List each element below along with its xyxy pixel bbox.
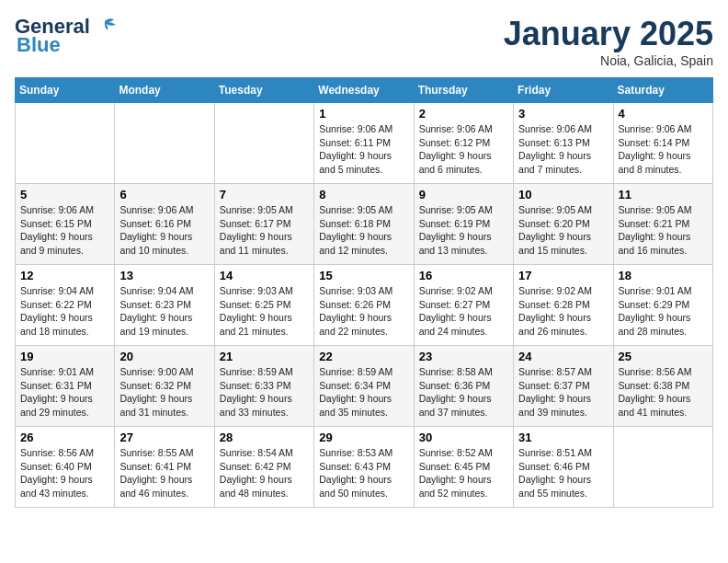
day-number: 16 [419, 269, 508, 282]
day-number: 8 [319, 188, 408, 201]
day-number: 9 [419, 188, 508, 201]
day-info: Sunrise: 9:01 AM Sunset: 6:31 PM Dayligh… [20, 365, 109, 419]
day-number: 10 [518, 188, 608, 201]
calendar-cell: 20Sunrise: 9:00 AM Sunset: 6:32 PM Dayli… [115, 346, 214, 427]
day-number: 15 [319, 269, 408, 282]
day-info: Sunrise: 8:51 AM Sunset: 6:46 PM Dayligh… [518, 446, 608, 500]
day-info: Sunrise: 9:01 AM Sunset: 6:29 PM Dayligh… [619, 284, 708, 339]
day-number: 26 [20, 431, 109, 444]
day-number: 5 [20, 188, 109, 201]
weekday-header: Wednesday [314, 78, 414, 103]
day-number: 20 [119, 350, 209, 363]
calendar-cell: 30Sunrise: 8:52 AM Sunset: 6:45 PM Dayli… [414, 427, 513, 508]
day-number: 29 [319, 431, 408, 444]
calendar-cell: 27Sunrise: 8:55 AM Sunset: 6:41 PM Dayli… [115, 427, 214, 508]
weekday-header: Saturday [613, 78, 712, 103]
logo-blue: Blue [17, 33, 61, 57]
day-number: 24 [518, 350, 608, 363]
calendar-week-row: 1Sunrise: 9:06 AM Sunset: 6:11 PM Daylig… [16, 103, 713, 184]
day-number: 18 [619, 269, 708, 282]
weekday-header: Thursday [414, 78, 513, 103]
day-info: Sunrise: 9:03 AM Sunset: 6:25 PM Dayligh… [220, 284, 309, 339]
calendar-cell: 26Sunrise: 8:56 AM Sunset: 6:40 PM Dayli… [16, 427, 115, 508]
day-info: Sunrise: 8:59 AM Sunset: 6:34 PM Dayligh… [319, 365, 408, 419]
day-number: 22 [319, 350, 408, 363]
day-number: 25 [619, 350, 708, 363]
day-info: Sunrise: 9:05 AM Sunset: 6:17 PM Dayligh… [220, 203, 309, 258]
day-number: 31 [518, 431, 608, 444]
calendar-week-row: 12Sunrise: 9:04 AM Sunset: 6:22 PM Dayli… [16, 265, 713, 346]
calendar-cell [214, 103, 313, 184]
calendar-cell: 8Sunrise: 9:05 AM Sunset: 6:18 PM Daylig… [314, 184, 414, 265]
day-number: 6 [119, 188, 209, 201]
day-number: 11 [619, 188, 708, 201]
logo-bird-icon [92, 17, 118, 36]
calendar-cell: 9Sunrise: 9:05 AM Sunset: 6:19 PM Daylig… [414, 184, 513, 265]
day-number: 28 [220, 431, 309, 444]
calendar-cell: 31Sunrise: 8:51 AM Sunset: 6:46 PM Dayli… [514, 427, 613, 508]
calendar-cell: 14Sunrise: 9:03 AM Sunset: 6:25 PM Dayli… [214, 265, 313, 346]
day-number: 12 [20, 269, 109, 282]
calendar-cell: 24Sunrise: 8:57 AM Sunset: 6:37 PM Dayli… [514, 346, 613, 427]
calendar-cell: 12Sunrise: 9:04 AM Sunset: 6:22 PM Dayli… [16, 265, 115, 346]
logo: General Blue [15, 15, 118, 57]
day-info: Sunrise: 9:05 AM Sunset: 6:20 PM Dayligh… [518, 203, 608, 258]
day-info: Sunrise: 9:03 AM Sunset: 6:26 PM Dayligh… [319, 284, 408, 339]
day-info: Sunrise: 9:06 AM Sunset: 6:16 PM Dayligh… [119, 203, 209, 258]
calendar-cell: 16Sunrise: 9:02 AM Sunset: 6:27 PM Dayli… [414, 265, 513, 346]
calendar-cell [16, 103, 115, 184]
day-info: Sunrise: 9:05 AM Sunset: 6:19 PM Dayligh… [419, 203, 508, 258]
calendar-cell: 17Sunrise: 9:02 AM Sunset: 6:28 PM Dayli… [514, 265, 613, 346]
day-number: 19 [20, 350, 109, 363]
day-info: Sunrise: 8:59 AM Sunset: 6:33 PM Dayligh… [220, 365, 309, 419]
day-info: Sunrise: 8:58 AM Sunset: 6:36 PM Dayligh… [419, 365, 508, 419]
calendar-cell: 19Sunrise: 9:01 AM Sunset: 6:31 PM Dayli… [16, 346, 115, 427]
day-info: Sunrise: 8:57 AM Sunset: 6:37 PM Dayligh… [518, 365, 608, 419]
day-info: Sunrise: 9:02 AM Sunset: 6:27 PM Dayligh… [419, 284, 508, 339]
calendar-cell: 5Sunrise: 9:06 AM Sunset: 6:15 PM Daylig… [16, 184, 115, 265]
day-number: 2 [419, 107, 508, 121]
day-number: 4 [619, 107, 708, 121]
calendar-cell: 11Sunrise: 9:05 AM Sunset: 6:21 PM Dayli… [613, 184, 712, 265]
day-number: 1 [319, 107, 408, 121]
day-info: Sunrise: 9:06 AM Sunset: 6:13 PM Dayligh… [518, 122, 608, 177]
weekday-header: Tuesday [214, 78, 313, 103]
calendar-cell: 15Sunrise: 9:03 AM Sunset: 6:26 PM Dayli… [314, 265, 414, 346]
calendar-week-row: 19Sunrise: 9:01 AM Sunset: 6:31 PM Dayli… [16, 346, 713, 427]
calendar-cell: 1Sunrise: 9:06 AM Sunset: 6:11 PM Daylig… [314, 103, 414, 184]
day-info: Sunrise: 9:02 AM Sunset: 6:28 PM Dayligh… [518, 284, 608, 339]
day-number: 21 [220, 350, 309, 363]
day-info: Sunrise: 8:52 AM Sunset: 6:45 PM Dayligh… [419, 446, 508, 500]
weekday-header: Monday [115, 78, 214, 103]
day-info: Sunrise: 8:54 AM Sunset: 6:42 PM Dayligh… [220, 446, 309, 500]
day-info: Sunrise: 9:05 AM Sunset: 6:21 PM Dayligh… [619, 203, 708, 258]
day-info: Sunrise: 8:53 AM Sunset: 6:43 PM Dayligh… [319, 446, 408, 500]
day-number: 7 [220, 188, 309, 201]
month-title: January 2025 [504, 15, 713, 53]
day-number: 17 [518, 269, 608, 282]
day-info: Sunrise: 9:00 AM Sunset: 6:32 PM Dayligh… [119, 365, 209, 419]
calendar-cell [115, 103, 214, 184]
location: Noia, Galicia, Spain [504, 53, 713, 68]
day-number: 23 [419, 350, 508, 363]
calendar-cell: 6Sunrise: 9:06 AM Sunset: 6:16 PM Daylig… [115, 184, 214, 265]
day-info: Sunrise: 9:06 AM Sunset: 6:15 PM Dayligh… [20, 203, 109, 258]
calendar-cell: 4Sunrise: 9:06 AM Sunset: 6:14 PM Daylig… [613, 103, 712, 184]
day-info: Sunrise: 9:06 AM Sunset: 6:14 PM Dayligh… [619, 122, 708, 177]
calendar-cell: 22Sunrise: 8:59 AM Sunset: 6:34 PM Dayli… [314, 346, 414, 427]
calendar-cell: 13Sunrise: 9:04 AM Sunset: 6:23 PM Dayli… [115, 265, 214, 346]
day-info: Sunrise: 8:56 AM Sunset: 6:38 PM Dayligh… [619, 365, 708, 419]
calendar-week-row: 26Sunrise: 8:56 AM Sunset: 6:40 PM Dayli… [16, 427, 713, 508]
weekday-header: Sunday [16, 78, 115, 103]
page-header: General Blue January 2025 Noia, Galicia,… [15, 15, 713, 68]
calendar-cell: 10Sunrise: 9:05 AM Sunset: 6:20 PM Dayli… [514, 184, 613, 265]
day-number: 3 [518, 107, 608, 121]
day-info: Sunrise: 9:05 AM Sunset: 6:18 PM Dayligh… [319, 203, 408, 258]
calendar-cell: 25Sunrise: 8:56 AM Sunset: 6:38 PM Dayli… [613, 346, 712, 427]
calendar-cell: 2Sunrise: 9:06 AM Sunset: 6:12 PM Daylig… [414, 103, 513, 184]
calendar-cell [613, 427, 712, 508]
day-number: 30 [419, 431, 508, 444]
day-info: Sunrise: 9:06 AM Sunset: 6:12 PM Dayligh… [419, 122, 508, 177]
day-info: Sunrise: 8:55 AM Sunset: 6:41 PM Dayligh… [119, 446, 209, 500]
calendar-cell: 7Sunrise: 9:05 AM Sunset: 6:17 PM Daylig… [214, 184, 313, 265]
